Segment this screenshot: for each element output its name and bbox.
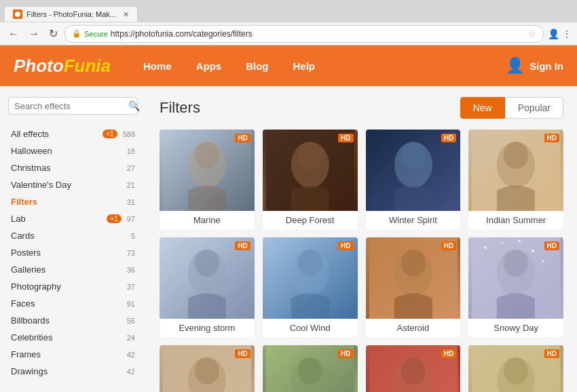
sidebar-item-all-effects[interactable]: All effects +1 588 [8,125,138,142]
svg-point-3 [195,142,219,169]
svg-point-26 [502,242,504,244]
reload-button[interactable]: ↻ [46,26,60,41]
filter-buttons: New Popular [460,97,563,119]
sign-in-label: Sign In [529,60,563,72]
search-box[interactable]: 🔍 [8,97,138,115]
svg-point-6 [298,142,322,169]
sidebar-item-filters[interactable]: Filters 31 [8,193,138,210]
hd-badge: HD [544,241,559,250]
sidebar-item-billboards[interactable]: Billboards 56 [8,312,138,329]
effect-name-evening-storm: Evening storm [160,319,255,337]
hd-badge: HD [235,134,250,142]
effect-card-row3-1[interactable]: HD [160,345,255,392]
effect-card-snowy-day[interactable]: HD Snowy Day [468,237,563,337]
svg-point-39 [401,357,425,385]
nav-links: Home Apps Blog Help [131,54,327,79]
nav-apps[interactable]: Apps [184,54,234,79]
svg-point-21 [401,250,425,277]
effect-card-row3-4[interactable]: HD [468,345,563,392]
effect-card-indian-summer[interactable]: HD Indian Summer [468,130,563,229]
tab-favicon [13,9,22,19]
hd-badge: HD [338,241,353,250]
effect-card-marine[interactable]: HD Marine [160,130,255,229]
filter-new-button[interactable]: New [460,97,505,119]
logo-part2: Funia [64,56,111,76]
nav-help[interactable]: Help [281,54,328,79]
sidebar: 🔍 All effects +1 588 Halloween 18 Christ… [0,86,146,392]
sidebar-item-galleries[interactable]: Galleries 36 [8,261,138,278]
effect-name-deep-forest: Deep Forest [263,211,358,229]
svg-point-30 [542,260,544,262]
user-icon[interactable]: 👤 [548,28,559,39]
search-input[interactable] [14,101,128,111]
effect-name-indian-summer: Indian Summer [468,211,563,229]
effects-grid: HD Marine HD Deep Forest [160,130,563,392]
sidebar-item-frames[interactable]: Frames 42 [8,346,138,363]
sidebar-item-celebrities[interactable]: Celebrities 24 [8,329,138,346]
svg-point-15 [195,250,219,277]
effect-card-asteroid[interactable]: HD Asteroid [366,237,461,337]
nav-home[interactable]: Home [131,54,184,79]
effect-thumbnail-row3-2: HD [263,345,358,392]
back-button[interactable]: ← [5,26,22,41]
svg-point-27 [532,250,534,252]
secure-text: Secure [84,30,108,38]
effect-name-marine: Marine [160,211,255,229]
page-title: Filters [160,99,200,117]
filter-popular-button[interactable]: Popular [505,97,563,119]
sidebar-item-halloween[interactable]: Halloween 18 [8,142,138,159]
effect-thumbnail-row3-3: HD [366,345,461,392]
sidebar-item-valentines-day[interactable]: Valentine's Day 21 [8,176,138,193]
sidebar-item-cards[interactable]: Cards 5 [8,227,138,244]
effect-card-winter-spirit[interactable]: HD Winter Spirit [366,130,461,229]
address-bar-row: ← → ↻ 🔒 Secure https://photofunia.com/ca… [0,22,577,45]
sign-in-button[interactable]: 👤 Sign In [506,57,563,75]
browser-tab[interactable]: Filters - PhotoFunia: Mak... ✕ [4,6,138,22]
effect-thumbnail-winter-spirit: HD [366,130,461,211]
hd-badge: HD [338,349,353,358]
effect-name-asteroid: Asteroid [366,319,461,337]
tab-title: Filters - PhotoFunia: Mak... [26,10,116,18]
effect-card-evening-storm[interactable]: HD Evening storm [160,237,255,337]
effect-thumbnail-indian-summer: HD [468,130,563,211]
effect-thumbnail-row3-4: HD [468,345,563,392]
svg-point-29 [518,239,521,242]
browser-chrome: Filters - PhotoFunia: Mak... ✕ ← → ↻ 🔒 S… [0,0,577,45]
tab-close-button[interactable]: ✕ [123,10,129,19]
sidebar-item-lab[interactable]: Lab +1 97 [8,210,138,227]
search-icon: 🔍 [128,100,140,111]
logo[interactable]: PhotoFunia [14,56,111,77]
effect-thumbnail-marine: HD [160,130,255,211]
address-bar[interactable]: 🔒 Secure https://photofunia.com/categori… [64,25,544,43]
sidebar-item-drawings[interactable]: Drawings 42 [8,363,138,380]
hd-badge: HD [441,349,456,358]
effect-card-row3-3[interactable]: HD [366,345,461,392]
effect-card-deep-forest[interactable]: HD Deep Forest [263,130,358,229]
menu-icon[interactable]: ⋮ [562,28,572,39]
hd-badge: HD [544,349,559,358]
bookmark-button[interactable]: ☆ [527,28,536,39]
sidebar-item-faces[interactable]: Faces 91 [8,295,138,312]
svg-point-18 [298,250,322,277]
svg-point-33 [195,357,219,385]
sidebar-item-photography[interactable]: Photography 37 [8,278,138,295]
effect-thumbnail-deep-forest: HD [263,130,358,211]
sidebar-item-christmas[interactable]: Christmas 27 [8,159,138,176]
svg-point-12 [504,142,528,169]
svg-point-9 [401,142,425,169]
effect-thumbnail-snowy-day: HD [468,237,563,319]
effect-thumbnail-row3-1: HD [160,345,255,392]
hd-badge: HD [441,241,456,250]
hd-badge: HD [235,241,250,250]
effect-card-cool-wind[interactable]: HD Cool Wind [263,237,358,337]
effect-card-row3-2[interactable]: HD [263,345,358,392]
svg-point-24 [504,250,528,277]
forward-button[interactable]: → [26,26,42,41]
filters-header: Filters New Popular [160,97,563,119]
page-wrapper: 🔍 All effects +1 588 Halloween 18 Christ… [0,86,577,392]
lock-icon: 🔒 [72,29,81,38]
sidebar-item-posters[interactable]: Posters 73 [8,244,138,261]
effect-name-winter-spirit: Winter Spirit [366,211,461,229]
nav-blog[interactable]: Blog [234,54,280,79]
svg-point-36 [298,357,322,385]
